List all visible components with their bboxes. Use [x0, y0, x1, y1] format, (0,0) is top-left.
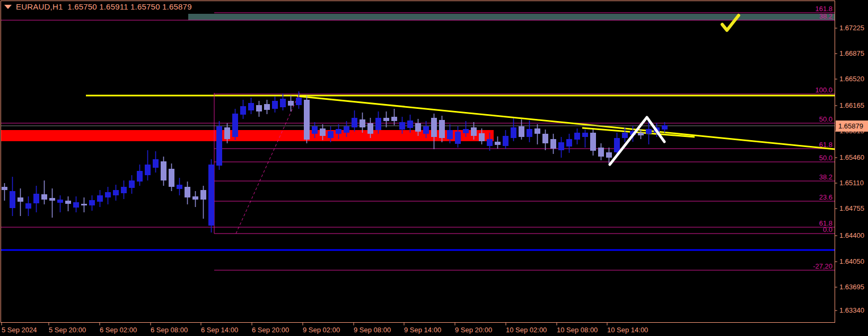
candle — [41, 180, 47, 204]
fib-level-label: 161.8 — [815, 5, 832, 13]
candle — [352, 110, 357, 132]
fib-level-label: 23.6 — [819, 193, 832, 201]
candle-body — [606, 152, 612, 158]
candle — [455, 126, 461, 148]
candle — [360, 113, 365, 133]
candle-body — [121, 187, 127, 193]
candle-body — [463, 129, 469, 133]
candle — [288, 96, 294, 111]
price-axis[interactable]: 1.672251.668751.665201.661651.658151.654… — [835, 24, 864, 314]
candle-body — [41, 194, 47, 200]
candle — [383, 111, 389, 127]
price-axis-label: 1.64050 — [839, 257, 864, 265]
candle — [391, 109, 397, 125]
candle — [25, 196, 31, 216]
candle-body — [248, 103, 254, 110]
candle — [121, 180, 127, 199]
candle — [495, 136, 501, 149]
candle-body — [232, 114, 238, 137]
candle-body — [367, 123, 373, 134]
candle-body — [177, 185, 182, 189]
candle — [248, 98, 254, 114]
chevron-down-icon — [4, 5, 12, 9]
candle — [558, 137, 564, 158]
candle — [534, 124, 540, 144]
candle-body — [407, 120, 413, 128]
candle-body — [455, 132, 461, 144]
candle — [598, 143, 604, 160]
candle — [527, 120, 532, 142]
candle-body — [49, 198, 55, 201]
candle-body — [415, 123, 421, 132]
candle-body — [129, 180, 135, 188]
candle — [550, 134, 556, 154]
fib-level-label: -27,20 — [813, 262, 832, 270]
candle-body — [344, 126, 349, 133]
candle-body — [527, 129, 532, 137]
candle — [200, 186, 206, 219]
candle-body — [423, 126, 429, 134]
candle-body — [375, 118, 381, 130]
plot-layer: 161.8100.061.850.038.223.60.0-27,2038.25… — [1, 5, 835, 270]
candle-body — [566, 139, 572, 147]
candle — [10, 177, 15, 216]
candle — [145, 150, 151, 180]
candle-body — [503, 136, 508, 146]
candle — [137, 165, 143, 186]
time-axis-label: 9 Sep 02:00 — [303, 326, 340, 334]
price-axis-label: 1.64400 — [839, 231, 864, 239]
candle-body — [65, 201, 71, 204]
time-axis-label: 10 Sep 02:00 — [506, 326, 547, 334]
price-axis-label: 1.63340 — [839, 306, 864, 314]
candle-body — [431, 118, 437, 137]
candle — [153, 151, 159, 173]
candle — [272, 97, 278, 113]
candle — [590, 130, 596, 156]
fib-level-label: 38.2 — [819, 12, 832, 20]
time-axis-label: 6 Sep 14:00 — [201, 326, 238, 334]
candle — [129, 175, 135, 194]
candle — [2, 183, 7, 201]
candle-body — [479, 133, 485, 141]
candle — [192, 191, 198, 207]
time-axis-label: 9 Sep 20:00 — [455, 326, 492, 334]
candle-body — [336, 129, 341, 134]
time-axis-label: 5 Sep 2024 — [2, 326, 37, 334]
candle — [503, 130, 508, 149]
candle-body — [153, 159, 159, 168]
time-axis-label: 6 Sep 02:00 — [100, 326, 137, 334]
candle-body — [192, 196, 198, 200]
candle-body — [25, 203, 31, 209]
candle-body — [534, 128, 540, 134]
time-axis-label: 9 Sep 08:00 — [354, 326, 391, 334]
candle-body — [312, 126, 318, 134]
time-axis-label: 9 Sep 14:00 — [404, 326, 441, 334]
candle-body — [280, 99, 286, 107]
time-axis[interactable]: 5 Sep 20245 Sep 20:006 Sep 02:006 Sep 08… — [2, 323, 648, 334]
supply-zone-red — [1, 130, 494, 141]
price-axis-label: 1.66875 — [839, 49, 864, 57]
candle-body — [391, 117, 397, 121]
candle-body — [57, 200, 63, 203]
candle-body — [511, 127, 516, 138]
candle-body — [288, 101, 294, 106]
candle — [89, 195, 95, 211]
time-axis-label: 6 Sep 20:00 — [252, 326, 289, 334]
candle-body — [574, 133, 580, 140]
candle — [105, 187, 111, 204]
candle-body — [240, 106, 246, 115]
mt4-chart-window: EURAUD,H1 1.65750 1.65911 1.65750 1.6587… — [0, 0, 868, 336]
candle-body — [256, 105, 262, 111]
candle — [208, 159, 214, 232]
candle-body — [542, 134, 548, 143]
candle-body — [439, 120, 445, 138]
candle-body — [296, 98, 302, 105]
candle-body — [224, 127, 230, 139]
candle — [97, 190, 103, 207]
candle-body — [495, 142, 501, 145]
price-axis-label: 1.64755 — [839, 204, 864, 212]
time-axis-label: 10 Sep 08:00 — [557, 326, 598, 334]
candle-body — [73, 202, 79, 208]
chart-plot[interactable]: 161.8100.061.850.038.223.60.0-27,2038.25… — [0, 0, 868, 336]
candle-body — [208, 165, 214, 226]
